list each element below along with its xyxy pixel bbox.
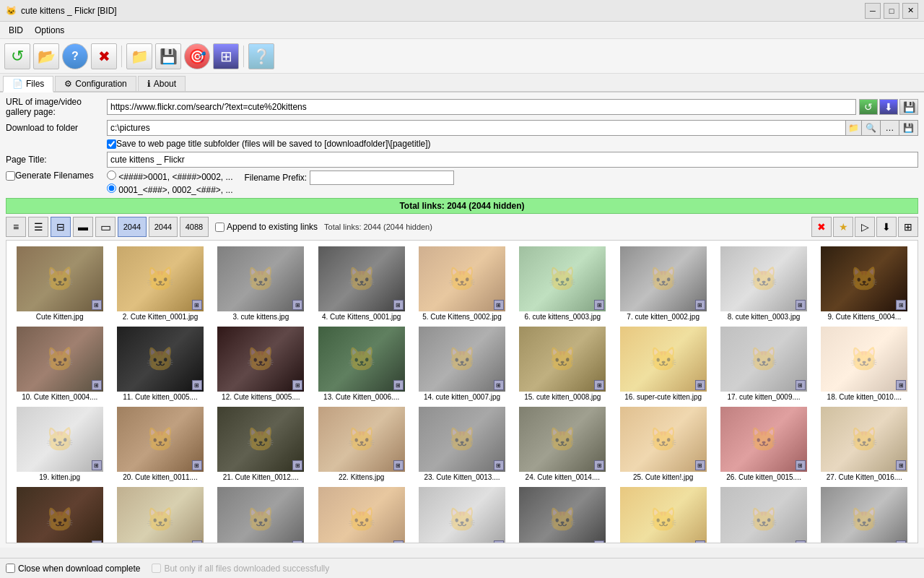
image-cell-33[interactable]: 🐱⊞33. kitten... <box>513 484 613 543</box>
save-folder-button[interactable]: 💾 <box>899 120 918 136</box>
download-arrow-button[interactable]: ⬇ <box>876 217 897 237</box>
append-checkbox[interactable] <box>215 223 225 232</box>
image-corner-icon-3[interactable]: ⊞ <box>292 300 302 310</box>
image-corner-icon-4[interactable]: ⊞ <box>393 300 404 310</box>
image-corner-icon-13[interactable]: ⊞ <box>393 380 404 390</box>
image-cell-1[interactable]: 🐱⊞Cute Kitten.jpg <box>9 243 110 324</box>
save-button[interactable]: 💾 <box>155 43 181 69</box>
append-label[interactable]: Append to existing links <box>215 222 318 232</box>
filename-option1[interactable]: <####>0001, <####>0002, ... <box>107 171 233 182</box>
image-cell-8[interactable]: 🐱⊞8. cute kitten_0003.jpg <box>713 243 814 324</box>
close-button[interactable]: ✕ <box>902 3 918 19</box>
image-corner-icon-36[interactable]: ⊞ <box>896 540 906 543</box>
image-corner-icon-6[interactable]: ⊞ <box>594 300 604 310</box>
image-cell-19[interactable]: 🐱⊞19. kitten.jpg <box>9 404 110 484</box>
image-corner-icon-15[interactable]: ⊞ <box>594 380 604 390</box>
page-title-input[interactable] <box>107 152 918 168</box>
image-cell-5[interactable]: 🐱⊞5. Cute Kittens_0002.jpg <box>411 243 512 324</box>
image-corner-icon-5[interactable]: ⊞ <box>494 300 504 310</box>
menu-options[interactable]: Options <box>29 24 70 37</box>
image-cell-27[interactable]: 🐱⊞27. Cute Kitten_0016.... <box>814 404 915 484</box>
image-corner-icon-18[interactable]: ⊞ <box>896 380 906 390</box>
image-corner-icon-19[interactable]: ⊞ <box>92 460 102 470</box>
question-button[interactable]: ❔ <box>248 43 274 69</box>
image-cell-11[interactable]: 🐱⊞11. Cute kitten_0005.... <box>110 324 210 404</box>
image-cell-36[interactable]: 🐱⊞36. kitten... <box>814 484 915 543</box>
stop-button[interactable]: ✖ <box>91 43 117 69</box>
tab-about[interactable]: ℹ About <box>138 76 186 91</box>
image-cell-35[interactable]: 🐱⊞35. kitten... <box>713 484 814 543</box>
view-details-button[interactable]: ☰ <box>28 217 48 237</box>
size-4088-button[interactable]: 4088 <box>180 217 209 237</box>
url-input[interactable] <box>107 99 856 115</box>
image-cell-6[interactable]: 🐱⊞6. cute kittens_0003.jpg <box>513 243 613 324</box>
image-corner-icon-30[interactable]: ⊞ <box>292 540 302 543</box>
image-corner-icon-22[interactable]: ⊞ <box>393 460 404 470</box>
download-folder-input[interactable] <box>107 120 846 136</box>
browse-folder-button[interactable]: 📁 <box>846 120 862 136</box>
clear-button[interactable]: ✖ <box>811 217 832 237</box>
refresh-button[interactable]: ↺ <box>4 43 30 69</box>
help-button[interactable]: ? <box>62 43 88 69</box>
image-cell-26[interactable]: 🐱⊞26. Cute kitten_0015.... <box>713 404 814 484</box>
image-corner-icon-8[interactable]: ⊞ <box>796 300 806 310</box>
image-corner-icon-9[interactable]: ⊞ <box>896 300 906 310</box>
image-cell-34[interactable]: 🐱⊞34. kitten... <box>613 484 713 543</box>
image-cell-2[interactable]: 🐱⊞2. Cute Kitten_0001.jpg <box>110 243 210 324</box>
image-corner-icon-11[interactable]: ⊞ <box>192 380 202 390</box>
size-2044-button[interactable]: 2044 <box>118 217 147 237</box>
grid-button[interactable]: ⊞ <box>213 43 239 69</box>
more-options-button[interactable]: … <box>881 120 899 136</box>
image-corner-icon-28[interactable]: ⊞ <box>92 540 102 543</box>
image-corner-icon-2[interactable]: ⊞ <box>192 300 202 310</box>
image-cell-13[interactable]: 🐱⊞13. Cute Kitten_0006.... <box>311 324 411 404</box>
image-grid-container[interactable]: 🐱⊞Cute Kitten.jpg🐱⊞2. Cute Kitten_0001.j… <box>6 240 918 543</box>
image-corner-icon-1[interactable]: ⊞ <box>92 300 102 310</box>
image-corner-icon-25[interactable]: ⊞ <box>695 460 705 470</box>
image-cell-3[interactable]: 🐱⊞3. cute kittens.jpg <box>211 243 311 324</box>
image-corner-icon-32[interactable]: ⊞ <box>494 540 504 543</box>
image-corner-icon-20[interactable]: ⊞ <box>192 460 202 470</box>
close-when-complete-checkbox[interactable] <box>6 564 15 573</box>
image-cell-9[interactable]: 🐱⊞9. Cute Kittens_0004... <box>814 243 915 324</box>
image-cell-30[interactable]: 🐱⊞30. kitten... <box>211 484 311 543</box>
generate-filenames-checkbox[interactable] <box>6 171 15 181</box>
image-corner-icon-34[interactable]: ⊞ <box>695 540 705 543</box>
image-cell-22[interactable]: 🐱⊞22. Kittens.jpg <box>311 404 411 484</box>
image-corner-icon-33[interactable]: ⊞ <box>594 540 604 543</box>
image-corner-icon-27[interactable]: ⊞ <box>896 460 906 470</box>
tab-files[interactable]: 📄 Files <box>3 76 53 92</box>
image-cell-10[interactable]: 🐱⊞10. Cute Kitten_0004.... <box>9 324 110 404</box>
recent-folders-button[interactable]: 🔍 <box>862 120 881 136</box>
url-refresh-button[interactable]: ↺ <box>859 99 878 115</box>
play-button[interactable]: ▷ <box>855 217 875 237</box>
image-corner-icon-26[interactable]: ⊞ <box>796 460 806 470</box>
image-cell-25[interactable]: 🐱⊞25. Cute kitten!.jpg <box>613 404 713 484</box>
filename-prefix-input[interactable] <box>310 171 454 185</box>
image-cell-16[interactable]: 🐱⊞16. super-cute kitten.jpg <box>613 324 713 404</box>
image-cell-28[interactable]: 🐱⊞28. kitten... <box>9 484 110 543</box>
image-cell-4[interactable]: 🐱⊞4. Cute Kittens_0001.jpg <box>311 243 411 324</box>
image-cell-12[interactable]: 🐱⊞12. Cute kittens_0005.... <box>211 324 311 404</box>
image-corner-icon-24[interactable]: ⊞ <box>594 460 604 470</box>
tab-configuration[interactable]: ⚙ Configuration <box>55 76 136 91</box>
image-corner-icon-31[interactable]: ⊞ <box>393 540 404 543</box>
view-list-button[interactable]: ≡ <box>6 217 26 237</box>
filename-option2[interactable]: 0001_<###>, 0002_<###>, ... <box>107 184 233 195</box>
image-corner-icon-17[interactable]: ⊞ <box>796 380 806 390</box>
new-folder-button[interactable]: 📁 <box>126 43 152 69</box>
image-corner-icon-23[interactable]: ⊞ <box>494 460 504 470</box>
image-corner-icon-35[interactable]: ⊞ <box>796 540 806 543</box>
filename-radio-1[interactable] <box>107 171 116 180</box>
filename-radio-2[interactable] <box>107 184 116 193</box>
image-cell-15[interactable]: 🐱⊞15. cute kitten_0008.jpg <box>513 324 613 404</box>
image-cell-7[interactable]: 🐱⊞7. cute kitten_0002.jpg <box>613 243 713 324</box>
image-corner-icon-29[interactable]: ⊞ <box>192 540 202 543</box>
size-2044b-button[interactable]: 2044 <box>149 217 178 237</box>
image-corner-icon-21[interactable]: ⊞ <box>292 460 302 470</box>
image-cell-17[interactable]: 🐱⊞17. cute kitten_0009.... <box>713 324 814 404</box>
only-if-complete-checkbox[interactable] <box>152 564 161 573</box>
grid-thumb-button[interactable]: ⊞ <box>898 217 918 237</box>
view-smaller-button[interactable]: ▬ <box>73 217 93 237</box>
url-save-button[interactable]: 💾 <box>899 99 918 115</box>
